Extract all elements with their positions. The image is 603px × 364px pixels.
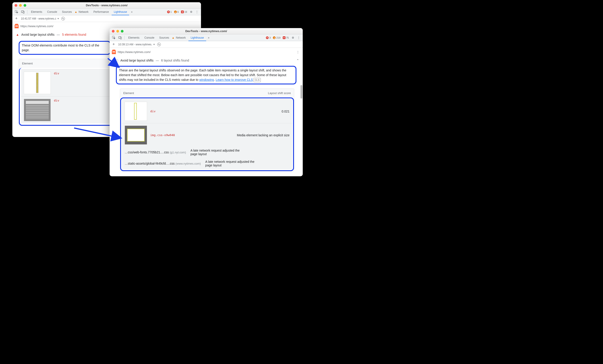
element-code: img.css-o9w048 <box>150 133 175 137</box>
tab-network[interactable]: Network <box>176 34 188 41</box>
new-run-button[interactable]: + <box>111 42 116 47</box>
devtools-tab-bar: Elements Console Sources ▲ Network Light… <box>110 34 303 41</box>
chevron-up-icon[interactable]: ⌃ <box>296 59 299 62</box>
error-count[interactable]: ✕1 <box>166 11 173 13</box>
tab-console[interactable]: Console <box>142 34 157 41</box>
traffic-lights[interactable] <box>112 30 124 33</box>
root-cause: A late network request adjusted the page… <box>205 160 259 167</box>
svg-rect-5 <box>120 37 121 39</box>
audit-header[interactable]: Avoid large layout shifts — 6 layout shi… <box>112 56 301 65</box>
fail-triangle-icon: ▲ <box>16 33 19 36</box>
tab-console[interactable]: Console <box>45 9 59 15</box>
inspect-icon[interactable] <box>111 35 117 40</box>
tab-sources[interactable]: Sources <box>60 9 74 15</box>
warning-count[interactable]: ▲6 <box>173 11 180 13</box>
minimize-icon[interactable] <box>116 30 119 33</box>
run-selector[interactable]: 10:39:13 AM - www.nytimes.▼ <box>118 43 155 46</box>
tab-sources[interactable]: Sources <box>157 34 171 41</box>
lighthouse-logo-icon <box>112 50 116 54</box>
element-thumbnail <box>125 125 147 145</box>
run-selector[interactable]: 10:41:57 AM - www.nytimes.c▼ <box>21 17 59 20</box>
kebab-icon[interactable]: ⋮ <box>296 36 302 39</box>
error-count[interactable]: ✕3 <box>265 36 271 39</box>
inspect-icon[interactable] <box>14 10 20 14</box>
kebab-icon[interactable]: ⋮ <box>194 10 200 13</box>
layout-shift-score: 0.021 <box>282 110 290 113</box>
maximize-icon[interactable] <box>121 30 124 33</box>
lighthouse-run-bar: + 10:41:57 AM - www.nytimes.c▼ <box>12 15 201 22</box>
element-thumbnail <box>24 99 51 121</box>
link-windowing[interactable]: windowing <box>199 78 214 81</box>
report-url-bar: https://www.nytimes.com/ ⋮ <box>110 48 303 56</box>
cause-row: …static-assets/global-f449cfd….css (www.… <box>125 160 259 167</box>
tab-elements[interactable]: Elements <box>126 34 142 41</box>
audit-title: Avoid large layout shifts <box>21 33 55 36</box>
lighthouse-run-bar: + 10:39:13 AM - www.nytimes.▼ <box>110 41 303 48</box>
neutral-circle-icon <box>116 59 118 62</box>
audit-found: 6 layout shifts found <box>161 59 189 62</box>
warning-count[interactable]: ▲219 <box>272 36 281 39</box>
link-learn-cls[interactable]: Learn how to improve CLS <box>216 78 253 81</box>
audit-description: These DOM elements contribute most to th… <box>22 43 108 53</box>
lighthouse-logo-icon <box>15 24 19 28</box>
audit-found: 5 elements found <box>62 33 86 36</box>
tab-elements[interactable]: Elements <box>29 9 45 15</box>
root-cause: A late network request adjusted the page… <box>190 149 244 156</box>
window-title: DevTools - www.nytimes.com/ <box>12 4 201 7</box>
titlebar: DevTools - www.nytimes.com/ <box>12 2 201 9</box>
element-thumbnail <box>24 72 51 94</box>
close-icon[interactable] <box>112 30 115 33</box>
tab-overflow-icon[interactable]: » <box>130 10 134 13</box>
highlight-description: These are the largest layout shifts obse… <box>116 66 296 84</box>
element-code: div <box>54 72 59 75</box>
root-cause: Media element lacking an explicit size <box>237 133 290 137</box>
warning-triangle-icon: ▲ <box>172 34 175 41</box>
table-row[interactable]: img.css-o9w048 Media element lacking an … <box>122 123 292 169</box>
highlight-description: These DOM elements contribute most to th… <box>19 41 111 55</box>
settings-icon[interactable]: ⚙ <box>188 10 194 13</box>
tab-lighthouse[interactable]: Lighthouse <box>188 34 206 41</box>
maximize-icon[interactable] <box>23 4 26 7</box>
tab-performance[interactable]: Performance <box>91 9 111 15</box>
devtools-tab-bar: Elements Console Sources ▲ Network Perfo… <box>12 9 201 15</box>
close-icon[interactable] <box>15 4 17 7</box>
titlebar: DevTools - www.nytimes.com/ <box>110 28 303 34</box>
cause-host: (g1.nyt.com) <box>170 151 186 154</box>
table-row[interactable]: div 0.021 <box>122 99 292 123</box>
issue-count[interactable]: ■19 <box>180 11 188 13</box>
tab-network[interactable]: Network <box>79 9 91 15</box>
cause-host: (www.nytimes.com) <box>175 162 201 165</box>
cls-chip: CLS <box>254 78 261 82</box>
clear-icon[interactable] <box>157 43 161 46</box>
element-thumbnail <box>125 102 147 121</box>
column-headers: Element Layout shift score <box>120 89 294 97</box>
audit-description: These are the largest layout shifts obse… <box>119 68 286 81</box>
svg-rect-2 <box>23 11 24 13</box>
minimize-icon[interactable] <box>19 4 22 7</box>
settings-icon[interactable]: ⚙ <box>290 36 296 39</box>
report-url: https://www.nytimes.com/ <box>21 24 53 28</box>
window-title: DevTools - www.nytimes.com/ <box>110 29 303 33</box>
report-content: Avoid large layout shifts — 6 layout shi… <box>110 56 303 176</box>
issue-count[interactable]: ■75 <box>282 36 290 39</box>
device-icon[interactable] <box>20 10 26 14</box>
element-code: div <box>150 110 278 113</box>
devtools-window-new: DevTools - www.nytimes.com/ Elements Con… <box>110 28 303 176</box>
tab-lighthouse[interactable]: Lighthouse <box>112 9 129 15</box>
new-run-button[interactable]: + <box>14 16 19 21</box>
device-icon[interactable] <box>117 35 123 40</box>
warning-triangle-icon: ▲ <box>75 9 78 15</box>
cause-row: …css/web-fonts.7705b21….css (g1.nyt.com)… <box>125 149 244 156</box>
traffic-lights[interactable] <box>15 4 26 7</box>
cause-file: …css/web-fonts.7705b21….css <box>125 150 169 154</box>
scrollbar[interactable] <box>301 85 302 99</box>
cause-file: …static-assets/global-f449cfd….css <box>125 162 175 165</box>
report-menu-icon[interactable]: ⋮ <box>295 50 301 54</box>
element-code: div <box>54 99 59 102</box>
clear-icon[interactable] <box>61 17 65 21</box>
report-url: https://www.nytimes.com/ <box>118 50 151 54</box>
audit-title: Avoid large layout shifts <box>120 59 154 62</box>
tab-overflow-icon[interactable]: » <box>207 36 211 39</box>
